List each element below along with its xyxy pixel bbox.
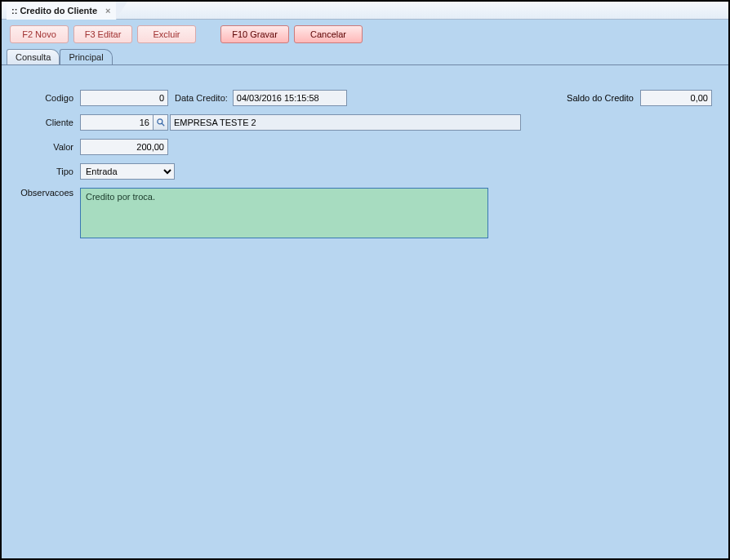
observacoes-textarea[interactable] [80, 188, 488, 238]
label-observacoes: Observacoes [13, 188, 80, 198]
titlebar: :: Credito do Cliente × [2, 2, 728, 20]
novo-button[interactable]: F2 Novo [10, 25, 69, 43]
label-valor: Valor [13, 142, 80, 152]
cliente-id-input[interactable] [80, 114, 154, 131]
tab-principal[interactable]: Principal [60, 49, 112, 64]
tipo-select[interactable]: Entrada [80, 163, 175, 180]
valor-input[interactable] [80, 139, 168, 155]
row-tipo: Tipo Entrada [13, 163, 717, 180]
window-title: :: Credito do Cliente [7, 6, 102, 16]
toolbar: F2 Novo F3 Editar Excluir F10 Gravar Can… [2, 20, 728, 49]
tabstrip: Consulta Principal [2, 49, 728, 65]
close-tab-icon[interactable]: × [102, 6, 114, 16]
label-cliente: Cliente [13, 118, 80, 127]
cliente-lookup-button[interactable] [154, 114, 168, 131]
title-tab: :: Credito do Cliente × [7, 2, 116, 20]
row-cliente: Cliente [13, 114, 717, 131]
label-codigo: Codigo [13, 93, 80, 103]
codigo-input[interactable] [80, 90, 168, 106]
cliente-nome-input[interactable] [170, 114, 521, 131]
row-observacoes: Observacoes [13, 188, 717, 238]
app-window: :: Credito do Cliente × F2 Novo F3 Edita… [0, 0, 730, 560]
excluir-button[interactable]: Excluir [137, 25, 196, 43]
data-credito-input[interactable] [233, 90, 347, 106]
label-data-credito: Data Credito: [175, 93, 228, 103]
row-codigo: Codigo Data Credito: Saldo do Credito [13, 90, 717, 106]
search-icon [156, 118, 166, 127]
label-tipo: Tipo [13, 167, 80, 176]
form-area: Codigo Data Credito: Saldo do Credito Cl… [2, 65, 728, 558]
saldo-group: Saldo do Credito [567, 90, 712, 106]
tab-consulta[interactable]: Consulta [7, 49, 60, 64]
editar-button[interactable]: F3 Editar [73, 25, 132, 43]
row-valor: Valor [13, 139, 717, 155]
gravar-button[interactable]: F10 Gravar [220, 25, 289, 43]
svg-line-1 [162, 123, 164, 126]
saldo-credito-input[interactable] [640, 90, 712, 106]
label-saldo-credito: Saldo do Credito [567, 93, 634, 103]
cancelar-button[interactable]: Cancelar [294, 25, 363, 43]
